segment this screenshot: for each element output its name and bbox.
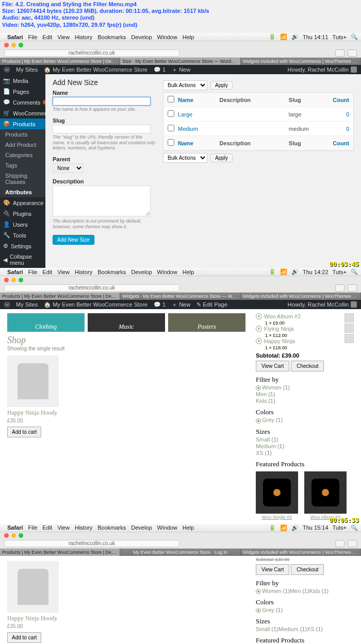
address-field[interactable]: rachelmccollin.co.uk xyxy=(4,49,179,57)
desc-input[interactable] xyxy=(53,185,151,216)
share-icon[interactable] xyxy=(335,49,344,57)
tabs-icon[interactable] xyxy=(348,49,357,57)
slug-label: Slug xyxy=(53,117,156,124)
close-icon[interactable] xyxy=(4,43,9,47)
bulk-select[interactable]: Bulk Actions xyxy=(163,153,207,163)
browser-tabs: Products | My Even Better WooCommerce St… xyxy=(0,58,361,65)
window-controls xyxy=(0,41,361,48)
app-name[interactable]: Safari xyxy=(7,34,23,40)
wp-logo-icon[interactable]: ⓦ xyxy=(4,66,10,74)
parent-select[interactable]: None xyxy=(53,163,84,173)
result-count: Showing the single result xyxy=(7,346,245,351)
sidebar-item-attributes[interactable]: Attributes xyxy=(0,187,45,197)
menu-icon: ⚙ xyxy=(3,243,8,249)
cb-row[interactable] xyxy=(168,110,174,117)
sidebar-item-products[interactable]: Products xyxy=(0,129,45,140)
remove-icon[interactable]: × xyxy=(256,313,262,319)
sidebar-item-collapse-menu[interactable]: ◀Collapse menu xyxy=(0,251,45,268)
term-name[interactable]: Large xyxy=(178,111,220,117)
tab-2[interactable]: Size · My Even Better WooCommerce Store … xyxy=(120,58,240,65)
desc-label: Description xyxy=(53,178,156,184)
apply-button[interactable]: Apply xyxy=(210,81,233,90)
product-card[interactable]: Happy Ninja Hoody £35.00 Add to cart xyxy=(7,561,59,643)
zoom-icon[interactable] xyxy=(19,43,23,47)
home-icon[interactable]: 🏠 xyxy=(44,66,51,73)
sidebar-item-woocommerce[interactable]: 🛒WooCommerce xyxy=(0,108,45,118)
term-name[interactable]: Medium xyxy=(178,126,220,132)
avatar[interactable] xyxy=(351,66,357,73)
menu-icon: 🔌 xyxy=(3,210,10,217)
sidebar-item-shipping-classes[interactable]: Shipping Classes xyxy=(0,171,45,187)
clock: Thu 14:11 xyxy=(303,34,329,40)
url-bar: rachelmccollin.co.uk xyxy=(0,48,361,58)
menu-icon: 👤 xyxy=(3,221,10,228)
menu-icon: 💬 xyxy=(3,99,10,106)
product-card[interactable]: Happy Ninja Hoody £35.00 Add to cart xyxy=(7,355,59,437)
howdy[interactable]: Howdy, Rachel McCollin xyxy=(288,66,349,73)
cb-all[interactable] xyxy=(168,139,174,146)
mac-menubar[interactable]: Safari File Edit View History Bookmarks … xyxy=(0,33,361,41)
timecode: 00:03:45 xyxy=(329,261,359,268)
ov-size: Size: 126074414 bytes (120.23 MiB), dura… xyxy=(2,8,359,14)
menu-icon: 📦 xyxy=(3,121,10,127)
checkout-button[interactable]: Checkout xyxy=(291,361,324,371)
terms-table: Name Description Slug Count Large large … xyxy=(163,92,354,151)
search-icon[interactable]: 🔍 xyxy=(351,33,358,40)
sidebar-item-tags[interactable]: Tags xyxy=(0,160,45,171)
my-sites[interactable]: My Sites xyxy=(16,66,38,73)
bulk-select[interactable]: Bulk Actions xyxy=(163,80,207,90)
menu-icon: 📷 xyxy=(3,77,10,84)
filter-title: Filter by xyxy=(256,376,354,384)
cat-music[interactable]: Music xyxy=(88,313,165,332)
wp-sidebar: 📷Media📄Pages💬Comments1🛒WooCommerce📦Produ… xyxy=(0,74,45,268)
tab-3[interactable]: Widgets included with WooCommerce | WooT… xyxy=(241,58,361,65)
product-image xyxy=(18,363,48,399)
comment-icon[interactable]: 💬 xyxy=(154,66,161,73)
cb-row[interactable] xyxy=(168,125,174,131)
sidebar-item-appearance[interactable]: 🎨Appearance xyxy=(0,197,45,208)
sidebar-item-pages[interactable]: 📄Pages xyxy=(0,86,45,97)
sidebar-item-users[interactable]: 👤Users xyxy=(0,219,45,230)
page-title: Add New Size xyxy=(53,78,156,87)
wp-admin-bar: ⓦ My Sites 🏠My Even Better WooCommerce S… xyxy=(0,65,361,74)
plus-icon[interactable]: ＋ xyxy=(172,66,177,74)
shop-title: Shop xyxy=(7,335,245,346)
ov-video: Video: h264, yuv420p, 1280x720, 29.97 fp… xyxy=(2,22,359,28)
sidebar-item-tools[interactable]: 🔧Tools xyxy=(0,230,45,241)
cat-posters[interactable]: Posters xyxy=(168,313,245,332)
user[interactable]: Tuts+ xyxy=(333,34,347,40)
menu-icon: ◀ xyxy=(3,257,7,263)
view-cart-button[interactable]: View Cart xyxy=(256,361,289,371)
name-input[interactable] xyxy=(53,97,151,106)
parent-label: Parent xyxy=(53,156,156,162)
sidebar-item-media[interactable]: 📷Media xyxy=(0,75,45,86)
ov-file: File: 4.2. Creating and Styling the Filt… xyxy=(2,1,359,8)
sidebar-item-categories[interactable]: Categories xyxy=(0,150,45,160)
sidebar-item-add-product[interactable]: Add Product xyxy=(0,140,45,150)
apply-button[interactable]: Apply xyxy=(210,154,233,162)
ov-audio: Audio: aac, 44100 Hz, stereo (und) xyxy=(2,14,359,21)
category-banners: Clothing Music Posters xyxy=(7,313,245,332)
sidebar-item-comments[interactable]: 💬Comments1 xyxy=(0,97,45,108)
minimize-icon[interactable] xyxy=(11,43,16,47)
tab-1[interactable]: Products | My Even Better WooCommerce St… xyxy=(0,58,120,65)
slug-input[interactable] xyxy=(53,125,151,133)
menu-icon: 📄 xyxy=(3,88,10,95)
add-size-button[interactable]: Add New Size xyxy=(53,235,94,245)
name-label: Name xyxy=(53,90,156,96)
sidebar-item-settings[interactable]: ⚙Settings xyxy=(0,241,45,251)
cb-all[interactable] xyxy=(168,96,174,103)
cat-clothing[interactable]: Clothing xyxy=(7,313,85,332)
menu-icon: 🔧 xyxy=(3,232,10,239)
sidebar-item-plugins[interactable]: 🔌Plugins xyxy=(0,208,45,219)
menu-icon: 🛒 xyxy=(3,110,10,116)
sidebar-item-products[interactable]: 📦Products xyxy=(0,118,45,129)
menu-icon: 🎨 xyxy=(3,199,10,206)
add-to-cart-button[interactable]: Add to cart xyxy=(7,427,41,437)
